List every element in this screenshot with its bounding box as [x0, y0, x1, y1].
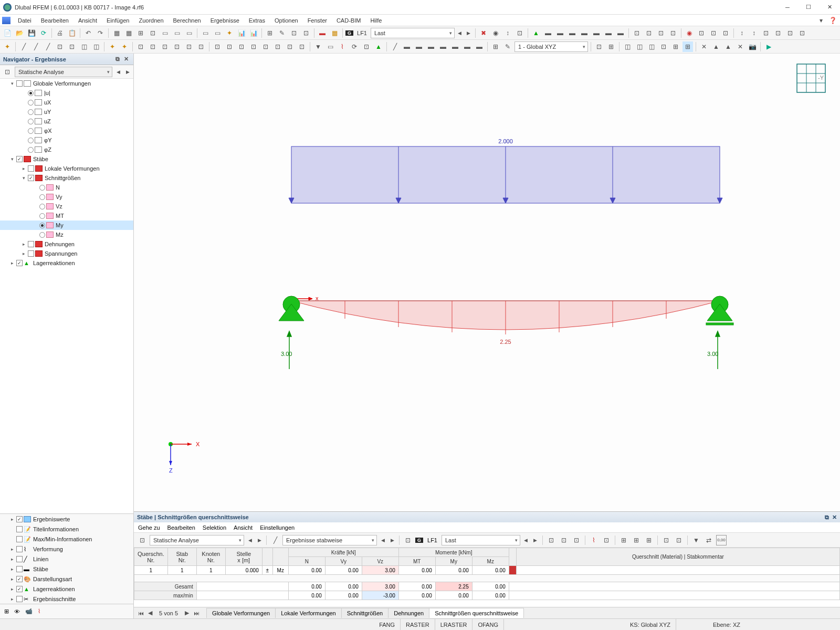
- close-panel-icon[interactable]: ✕: [122, 56, 130, 62]
- tb-icon[interactable]: ▬: [402, 41, 412, 52]
- tb-icon[interactable]: ⟳: [349, 41, 360, 52]
- tb-icon[interactable]: ↕: [737, 28, 747, 38]
- tb-icon[interactable]: ⊡: [361, 41, 372, 52]
- tb-icon[interactable]: ✎: [502, 41, 513, 52]
- tb-icon[interactable]: ▭: [172, 28, 182, 38]
- tb-icon[interactable]: ⊡: [773, 28, 783, 38]
- menu-extras[interactable]: Extras: [245, 16, 269, 25]
- menu-berechnen[interactable]: Berechnen: [169, 16, 205, 25]
- tb-icon[interactable]: ⊞: [490, 41, 501, 52]
- menu-zuordnen[interactable]: Zuordnen: [134, 16, 167, 25]
- tb-icon[interactable]: ▬: [474, 41, 485, 52]
- tb-icon[interactable]: ▭: [325, 41, 335, 52]
- tb-icon[interactable]: ▬: [414, 41, 424, 52]
- tb-icon[interactable]: ⊡: [260, 41, 271, 52]
- tb-icon[interactable]: ▶: [763, 41, 774, 52]
- tb-icon[interactable]: ⊡: [720, 28, 731, 38]
- prev-page-icon[interactable]: ◀: [145, 610, 155, 616]
- save-icon[interactable]: 💾: [26, 28, 37, 38]
- tb-icon[interactable]: ⊡: [196, 41, 206, 52]
- tb-icon[interactable]: ⊞: [670, 41, 681, 52]
- tb-icon[interactable]: ◫: [646, 41, 657, 52]
- tb-icon[interactable]: ▦: [123, 28, 134, 38]
- status-lraster[interactable]: LRASTER: [435, 619, 473, 630]
- tb-icon[interactable]: ✦: [119, 41, 130, 52]
- tb-icon[interactable]: ↕: [749, 28, 759, 38]
- tb-icon[interactable]: ✦: [2, 41, 13, 52]
- menu-optionen[interactable]: Optionen: [270, 16, 302, 25]
- tb-icon[interactable]: ⊡: [236, 41, 247, 52]
- tb-icon[interactable]: ⊡: [708, 28, 719, 38]
- tb-icon[interactable]: ◫: [634, 41, 645, 52]
- tb-icon[interactable]: ⌇: [337, 41, 348, 52]
- results-mode-combo[interactable]: Ergebnisse stabweise: [282, 535, 377, 545]
- nav-tab-results-icon[interactable]: ⌇: [38, 608, 40, 615]
- support-icon[interactable]: ▲: [531, 28, 541, 38]
- tb-icon[interactable]: ✕: [735, 41, 746, 52]
- panel-menu-select[interactable]: Selektion: [203, 524, 226, 531]
- tb-icon[interactable]: ↕: [502, 28, 513, 38]
- open-icon[interactable]: 📂: [14, 28, 25, 38]
- filter-icon[interactable]: ⊡: [137, 535, 148, 545]
- nav-tab-video-icon[interactable]: 📹: [25, 608, 33, 615]
- menu-help-icon[interactable]: ❓: [827, 15, 838, 26]
- tb-icon[interactable]: ⊡: [184, 41, 194, 52]
- tb-icon[interactable]: ⊞: [606, 41, 616, 52]
- menu-einfuegen[interactable]: Einfügen: [102, 16, 133, 25]
- tb-icon[interactable]: ▭: [212, 28, 223, 38]
- analysis-combo[interactable]: Statische Analyse: [15, 67, 112, 77]
- menu-overflow-icon[interactable]: ▾: [816, 15, 826, 26]
- tb-icon[interactable]: ▬: [317, 28, 328, 38]
- nav-next-icon[interactable]: ▶: [124, 69, 131, 75]
- tb-icon[interactable]: ⊡: [55, 41, 65, 52]
- status-fang[interactable]: FANG: [374, 619, 401, 630]
- first-page-icon[interactable]: ⏮: [136, 610, 145, 616]
- app-menu-icon[interactable]: [2, 17, 10, 24]
- undock-icon[interactable]: ⧉: [825, 514, 829, 521]
- next-page-icon[interactable]: ▶: [182, 610, 192, 616]
- nav-tab-data-icon[interactable]: ⊞: [4, 608, 9, 615]
- close-panel-icon[interactable]: ✕: [832, 514, 837, 521]
- close-button[interactable]: ✕: [819, 0, 840, 15]
- tb-icon[interactable]: ⊡: [272, 41, 283, 52]
- model-viewport[interactable]: -Y 2.000 x z: [134, 54, 840, 511]
- tab-globale[interactable]: Globale Verformungen: [206, 608, 276, 618]
- tb-icon[interactable]: ⊞: [265, 28, 275, 38]
- tb-icon[interactable]: ╱: [390, 41, 400, 52]
- tb-icon[interactable]: ⊡: [289, 28, 299, 38]
- tb-icon[interactable]: ⊡: [594, 41, 604, 52]
- tb-icon[interactable]: ✦: [107, 41, 118, 52]
- tb-icon[interactable]: ▦: [329, 28, 340, 38]
- tb-icon[interactable]: ▬: [426, 41, 436, 52]
- filter-icon[interactable]: ╱: [270, 535, 280, 545]
- tb-icon[interactable]: ▬: [450, 41, 460, 52]
- tab-dehnungen[interactable]: Dehnungen: [388, 608, 429, 618]
- tb-icon[interactable]: ╱: [30, 41, 41, 52]
- menu-hilfe[interactable]: Hilfe: [366, 16, 386, 25]
- tb-icon[interactable]: ▬: [603, 28, 614, 38]
- redo-icon[interactable]: ↷: [95, 28, 106, 38]
- tb-icon[interactable]: ▬: [591, 28, 602, 38]
- tb-icon[interactable]: ⊡: [135, 41, 146, 52]
- tb-icon[interactable]: ⊡: [644, 28, 654, 38]
- tb-icon[interactable]: ▬: [438, 41, 448, 52]
- tb-icon[interactable]: ⊡: [301, 28, 311, 38]
- nav-prev-icon[interactable]: ◀: [114, 69, 122, 75]
- menu-bearbeiten[interactable]: Bearbeiten: [37, 16, 73, 25]
- print-preview-icon[interactable]: 📋: [67, 28, 77, 38]
- tb-icon[interactable]: ◫: [79, 41, 89, 52]
- last-page-icon[interactable]: ⏭: [192, 610, 201, 616]
- menu-fenster[interactable]: Fenster: [303, 16, 331, 25]
- tb-icon[interactable]: ◉: [684, 28, 695, 38]
- tb-icon[interactable]: ⊡: [656, 28, 666, 38]
- result-tree[interactable]: ▾Globale Verformungen |u| uX uY uZ φX φY…: [0, 79, 133, 513]
- tb-icon[interactable]: ⊞: [682, 41, 693, 52]
- tb-icon[interactable]: ✎: [277, 28, 287, 38]
- tb-icon[interactable]: ⊡: [668, 28, 678, 38]
- tb-icon[interactable]: ⊡: [285, 41, 295, 52]
- results-table[interactable]: Querschn.Nr. StabNr. KnotenNr. Stellex […: [134, 548, 840, 600]
- tb-icon[interactable]: ⊡: [160, 41, 170, 52]
- tb-icon[interactable]: ◫: [91, 41, 101, 52]
- tb-icon[interactable]: ⊡: [148, 41, 158, 52]
- tb-icon[interactable]: ⊡: [172, 41, 182, 52]
